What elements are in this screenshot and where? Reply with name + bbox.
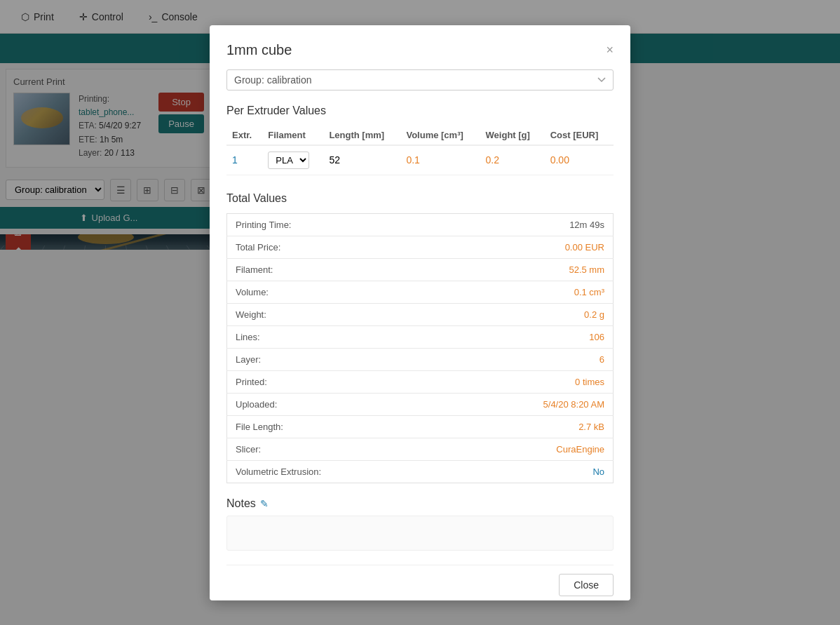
col-length: Length [mm]: [323, 126, 400, 145]
total-row-value: 12m 49s: [420, 213, 614, 236]
total-row-value: 0 times: [420, 370, 614, 393]
notes-text: Notes: [226, 497, 256, 510]
total-row: Volumetric Extrusion:No: [227, 460, 614, 483]
col-volume: Volume [cm³]: [400, 126, 480, 145]
total-row-value: No: [420, 460, 614, 483]
extruder-table: Extr. Filament Length [mm] Volume [cm³] …: [226, 126, 614, 175]
total-row: Weight:0.2 g: [227, 303, 614, 325]
extruder-filament-cell: PLA: [262, 145, 323, 175]
extruder-cost: 0.00: [545, 145, 614, 175]
col-weight: Weight [g]: [480, 126, 545, 145]
total-row-value: 106: [420, 325, 614, 348]
total-row-value: 0.1 cm³: [420, 281, 614, 303]
total-row-value: 52.5 mm: [420, 258, 614, 281]
modal-title: 1mm cube: [226, 42, 292, 58]
total-row-label: Filament:: [227, 258, 421, 281]
total-values-table: Printing Time:12m 49sTotal Price:0.00 EU…: [226, 213, 614, 483]
total-row-label: Volumetric Extrusion:: [227, 460, 421, 483]
total-row-value: CuraEngine: [420, 438, 614, 460]
modal-close-button[interactable]: ×: [606, 43, 614, 56]
total-row: Printed:0 times: [227, 370, 614, 393]
file-details-modal: 1mm cube × Group: calibration Per Extrud…: [210, 25, 630, 600]
total-row: Slicer:CuraEngine: [227, 438, 614, 460]
total-row: Filament:52.5 mm: [227, 258, 614, 281]
total-row-label: Printed:: [227, 370, 421, 393]
per-extruder-heading: Per Extruder Values: [226, 105, 614, 117]
extruder-volume: 0.1: [400, 145, 480, 175]
col-cost: Cost [EUR]: [545, 126, 614, 145]
total-row-label: Slicer:: [227, 438, 421, 460]
total-row-label: Layer:: [227, 348, 421, 370]
total-values-heading: Total Values: [226, 192, 614, 205]
total-row: Total Price:0.00 EUR: [227, 236, 614, 258]
total-row: Uploaded:5/4/20 8:20 AM: [227, 393, 614, 415]
total-row: Layer:6: [227, 348, 614, 370]
total-row-label: Printing Time:: [227, 213, 421, 236]
total-row: File Length:2.7 kB: [227, 415, 614, 438]
total-row: Printing Time:12m 49s: [227, 213, 614, 236]
total-row-value: 6: [420, 348, 614, 370]
total-row-value: 2.7 kB: [420, 415, 614, 438]
total-row-value: 5/4/20 8:20 AM: [420, 393, 614, 415]
extruder-number: 1: [226, 145, 262, 175]
close-button[interactable]: Close: [559, 574, 614, 596]
total-row-label: Total Price:: [227, 236, 421, 258]
notes-edit-icon[interactable]: ✎: [260, 498, 269, 509]
group-dropdown[interactable]: Group: calibration: [226, 69, 614, 90]
col-filament: Filament: [262, 126, 323, 145]
total-row-label: Uploaded:: [227, 393, 421, 415]
modal-footer: Close: [226, 565, 614, 596]
total-row: Volume:0.1 cm³: [227, 281, 614, 303]
notes-area: [226, 516, 614, 551]
total-row-label: Weight:: [227, 303, 421, 325]
notes-section: Notes ✎: [226, 497, 614, 551]
col-extr: Extr.: [226, 126, 262, 145]
total-row-value: 0.00 EUR: [420, 236, 614, 258]
extruder-row-1: 1 PLA 52 0.1 0.2 0.00: [226, 145, 614, 175]
total-row-label: Lines:: [227, 325, 421, 348]
total-row: Lines:106: [227, 325, 614, 348]
total-row-value: 0.2 g: [420, 303, 614, 325]
filament-select[interactable]: PLA: [268, 152, 309, 169]
modal-header: 1mm cube ×: [226, 42, 614, 58]
extruder-length: 52: [323, 145, 400, 175]
modal-overlay: 1mm cube × Group: calibration Per Extrud…: [0, 0, 840, 625]
total-row-label: Volume:: [227, 281, 421, 303]
total-row-label: File Length:: [227, 415, 421, 438]
extruder-weight: 0.2: [480, 145, 545, 175]
notes-label: Notes ✎: [226, 497, 614, 510]
